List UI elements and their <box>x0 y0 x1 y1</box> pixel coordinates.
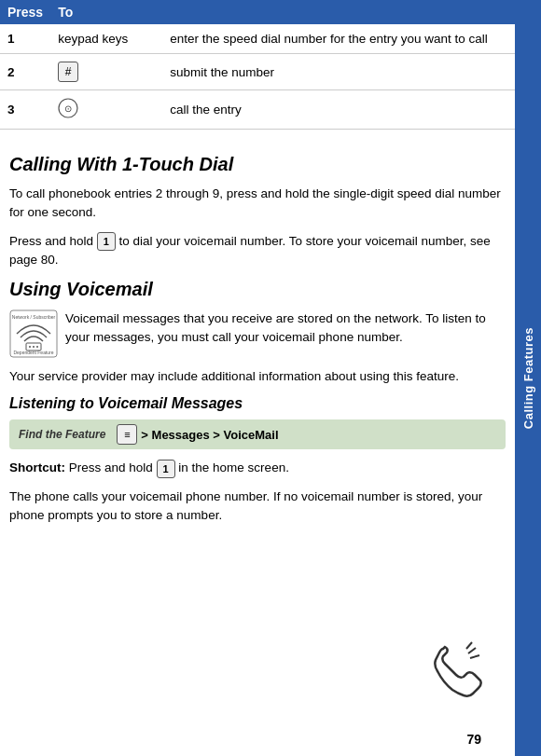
row-key: ⊙ <box>50 90 162 130</box>
table-header-col2: To <box>50 0 515 24</box>
menu-messages: Messages <box>152 428 210 442</box>
para2-prefix: Press and hold <box>9 234 97 248</box>
network-voicemail-text: Voicemail messages that you receive are … <box>65 309 506 348</box>
send-key: ⊙ <box>58 98 78 118</box>
phone-icon <box>420 635 485 700</box>
table-row: 2 # submit the number <box>0 54 515 90</box>
calling-touch-para2: Press and hold 1 to dial your voicemail … <box>9 232 506 270</box>
calling-touch-title: Calling With 1-Touch Dial <box>9 154 506 175</box>
listening-voicemail-title: Listening to Voicemail Messages <box>9 395 506 412</box>
key-1-voicemail: 1 <box>97 232 116 251</box>
row-num: 3 <box>0 90 50 130</box>
table-row: 3 ⊙ call the entry <box>0 90 515 130</box>
feature-table: Press To 1 keypad keys enter the speed d… <box>0 0 515 130</box>
menu-icon: ≡ <box>117 424 137 445</box>
svg-line-11 <box>470 655 479 658</box>
svg-text:Dependent Feature: Dependent Feature <box>13 350 53 355</box>
row-key: # <box>50 54 162 90</box>
row-action: call the entry <box>162 90 515 130</box>
hash-key: # <box>58 62 78 82</box>
network-feature-row: Network / Subscriber Dependent Feature V… <box>9 309 506 358</box>
table-header-col1: Press <box>0 0 50 24</box>
menu-arrow2: > <box>213 428 223 442</box>
voicemail-body-text: The phone calls your voicemail phone num… <box>9 488 506 526</box>
find-feature-label: Find the Feature <box>19 428 105 441</box>
menu-path: > Messages > VoiceMail <box>141 428 278 442</box>
shortcut-label: Shortcut: <box>9 460 69 474</box>
shortcut-text: Shortcut: Press and hold 1 in the home s… <box>9 459 506 477</box>
row-action: submit the number <box>162 54 515 90</box>
svg-point-6 <box>36 346 38 348</box>
svg-point-5 <box>33 346 35 348</box>
using-voicemail-title: Using Voicemail <box>9 279 506 300</box>
svg-line-10 <box>466 642 472 649</box>
shortcut-middle: Press and hold <box>69 460 157 474</box>
menu-arrow: > <box>141 428 151 442</box>
phone-icon-container <box>420 635 485 700</box>
side-tab-label: Calling Features <box>521 327 535 429</box>
svg-point-4 <box>29 346 31 348</box>
svg-text:⊙: ⊙ <box>64 103 72 114</box>
row-action: enter the speed dial number for the entr… <box>162 24 515 54</box>
svg-line-9 <box>468 648 476 653</box>
page-number: 79 <box>466 732 481 747</box>
menu-voicemail: VoiceMail <box>224 428 279 442</box>
find-feature-bar: Find the Feature ≡ > Messages > VoiceMai… <box>9 419 506 449</box>
row-num: 2 <box>0 54 50 90</box>
row-num: 1 <box>0 24 50 54</box>
table-row: 1 keypad keys enter the speed dial numbe… <box>0 24 515 54</box>
side-tab: Calling Features <box>515 0 541 756</box>
svg-text:Network / Subscriber: Network / Subscriber <box>12 314 56 320</box>
key-1-shortcut: 1 <box>157 460 175 478</box>
calling-touch-para1: To call phonebook entries 2 through 9, p… <box>9 185 506 223</box>
shortcut-suffix: in the home screen. <box>178 460 289 474</box>
row-key: keypad keys <box>50 24 162 54</box>
network-dependent-icon: Network / Subscriber Dependent Feature <box>9 309 58 358</box>
service-provider-text: Your service provider may include additi… <box>9 367 506 386</box>
